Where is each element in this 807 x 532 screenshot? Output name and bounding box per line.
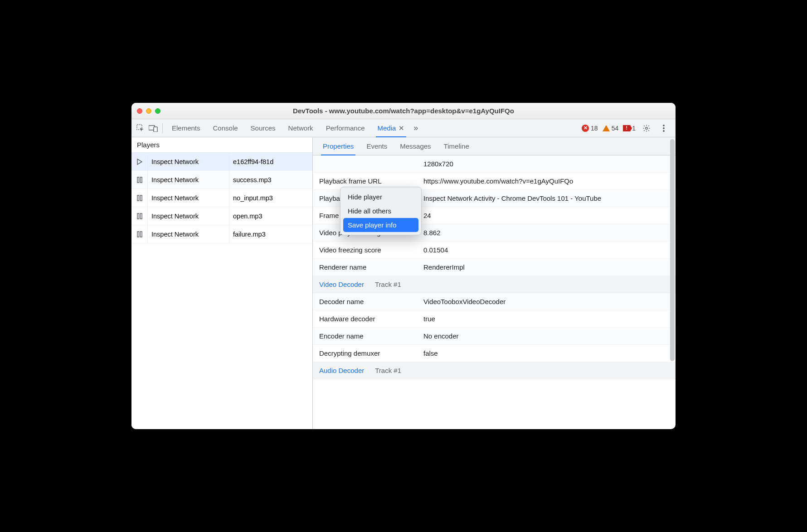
tab-console[interactable]: Console bbox=[207, 119, 244, 137]
player-name: Inspect Network bbox=[148, 171, 229, 189]
scrollbar[interactable] bbox=[670, 139, 675, 361]
properties-panel: Properties Events Messages Timeline 1280… bbox=[313, 137, 676, 429]
property-row: Hardware decodertrue bbox=[313, 310, 676, 328]
svg-rect-2 bbox=[154, 127, 157, 132]
traffic-lights bbox=[137, 108, 160, 114]
sidebar-header: Players bbox=[131, 137, 312, 153]
section-track: Track #1 bbox=[375, 367, 401, 374]
main-area: Players Inspect Networke162ff94-f81dInsp… bbox=[131, 137, 676, 429]
player-name: Inspect Network bbox=[148, 153, 229, 170]
property-value: true bbox=[423, 315, 669, 323]
context-menu-item[interactable]: Hide all others bbox=[343, 204, 418, 218]
property-value: 8.862 bbox=[423, 229, 669, 237]
warning-icon bbox=[603, 125, 610, 131]
property-row: Video freezing score0.01504 bbox=[313, 242, 676, 259]
player-name: Inspect Network bbox=[148, 225, 229, 243]
player-row[interactable]: Inspect Networksuccess.mp3 bbox=[131, 171, 312, 189]
property-row: 1280x720 bbox=[313, 155, 676, 173]
tab-sources[interactable]: Sources bbox=[244, 119, 282, 137]
subtab-messages[interactable]: Messages bbox=[394, 137, 437, 155]
close-tab-icon[interactable]: ✕ bbox=[399, 124, 404, 132]
player-name: Inspect Network bbox=[148, 207, 229, 225]
issues-count[interactable]: ! 1 bbox=[623, 125, 636, 132]
pause-icon bbox=[131, 225, 148, 243]
property-key: Decoder name bbox=[319, 298, 423, 305]
subtab-timeline[interactable]: Timeline bbox=[438, 137, 476, 155]
tab-network[interactable]: Network bbox=[282, 119, 320, 137]
svg-rect-7 bbox=[137, 177, 139, 183]
tab-media[interactable]: Media ✕ bbox=[371, 119, 411, 137]
context-menu-item[interactable]: Hide player bbox=[343, 190, 418, 204]
pause-icon bbox=[131, 171, 148, 189]
property-key: Hardware decoder bbox=[319, 315, 423, 323]
svg-point-6 bbox=[663, 130, 665, 132]
subtab-properties[interactable]: Properties bbox=[316, 137, 360, 155]
svg-rect-13 bbox=[137, 232, 139, 237]
title-bar: DevTools - www.youtube.com/watch?app=des… bbox=[131, 103, 676, 119]
property-row: Decrypting demuxerfalse bbox=[313, 345, 676, 362]
property-key: Decrypting demuxer bbox=[319, 349, 423, 357]
player-file: e162ff94-f81d bbox=[229, 158, 312, 165]
player-file: failure.mp3 bbox=[229, 231, 312, 238]
subtab-events[interactable]: Events bbox=[360, 137, 394, 155]
warnings-count[interactable]: 54 bbox=[603, 125, 619, 132]
tab-elements[interactable]: Elements bbox=[165, 119, 207, 137]
svg-point-4 bbox=[663, 125, 665, 126]
more-options-icon[interactable] bbox=[657, 122, 670, 135]
player-row[interactable]: Inspect Networke162ff94-f81d bbox=[131, 153, 312, 171]
players-sidebar: Players Inspect Networke162ff94-f81dInsp… bbox=[131, 137, 313, 429]
property-value: RendererImpl bbox=[423, 263, 669, 271]
player-file: no_input.mp3 bbox=[229, 194, 312, 202]
tab-performance[interactable]: Performance bbox=[320, 119, 371, 137]
property-row: Encoder nameNo encoder bbox=[313, 328, 676, 345]
pause-icon bbox=[131, 189, 148, 207]
svg-point-5 bbox=[663, 127, 665, 129]
errors-count[interactable]: ✕ 18 bbox=[582, 125, 598, 132]
maximize-window-button[interactable] bbox=[155, 108, 160, 114]
devtools-window: DevTools - www.youtube.com/watch?app=des… bbox=[131, 103, 676, 429]
devtools-toolbar: Elements Console Sources Network Perform… bbox=[131, 119, 676, 137]
close-window-button[interactable] bbox=[137, 108, 142, 114]
svg-rect-14 bbox=[140, 232, 142, 237]
issue-icon: ! bbox=[623, 125, 630, 131]
svg-rect-8 bbox=[140, 177, 142, 183]
property-value: 0.01504 bbox=[423, 246, 669, 254]
context-menu: Hide playerHide all othersSave player in… bbox=[340, 187, 422, 235]
inspect-element-icon[interactable] bbox=[134, 122, 147, 135]
player-file: open.mp3 bbox=[229, 213, 312, 220]
svg-rect-12 bbox=[140, 213, 142, 219]
play-icon bbox=[131, 153, 148, 170]
property-key: Renderer name bbox=[319, 263, 423, 271]
context-menu-item[interactable]: Save player info bbox=[343, 218, 418, 232]
player-name: Inspect Network bbox=[148, 189, 229, 207]
player-row[interactable]: Inspect Networkopen.mp3 bbox=[131, 207, 312, 225]
property-row: Renderer nameRendererImpl bbox=[313, 259, 676, 276]
property-key: Playback frame URL bbox=[319, 177, 423, 185]
svg-point-3 bbox=[646, 127, 648, 129]
device-toggle-icon[interactable] bbox=[147, 122, 160, 135]
player-row[interactable]: Inspect Networkfailure.mp3 bbox=[131, 225, 312, 243]
svg-rect-10 bbox=[140, 195, 142, 201]
svg-rect-9 bbox=[137, 195, 139, 201]
player-file: success.mp3 bbox=[229, 176, 312, 184]
more-tabs-icon[interactable]: » bbox=[411, 123, 421, 133]
property-value: false bbox=[423, 349, 669, 357]
property-value: No encoder bbox=[423, 332, 669, 340]
section-title: Video Decoder bbox=[319, 281, 364, 288]
property-value: 24 bbox=[423, 212, 669, 219]
section-title: Audio Decoder bbox=[319, 367, 364, 374]
player-row[interactable]: Inspect Networkno_input.mp3 bbox=[131, 189, 312, 207]
property-value: https://www.youtube.com/watch?v=e1gAyQuI… bbox=[423, 177, 669, 185]
property-row: Decoder nameVideoTooboxVideoDecoder bbox=[313, 293, 676, 310]
property-key: Encoder name bbox=[319, 332, 423, 340]
minimize-window-button[interactable] bbox=[146, 108, 151, 114]
video-decoder-section[interactable]: Video DecoderTrack #1 bbox=[313, 276, 676, 293]
property-key: Video freezing score bbox=[319, 246, 423, 254]
settings-icon[interactable] bbox=[640, 122, 653, 135]
svg-rect-11 bbox=[137, 213, 139, 219]
status-group: ✕ 18 54 ! 1 bbox=[582, 122, 673, 135]
error-icon: ✕ bbox=[582, 125, 589, 132]
property-value: 1280x720 bbox=[423, 160, 669, 168]
audio-decoder-section[interactable]: Audio DecoderTrack #1 bbox=[313, 362, 676, 379]
toolbar-separator bbox=[162, 123, 163, 133]
